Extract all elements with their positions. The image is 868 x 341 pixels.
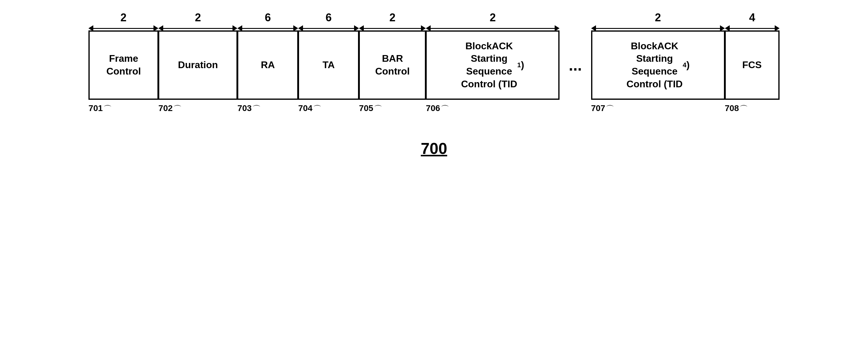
diagram: 2 2 6 [0, 12, 868, 158]
arrow-seg-4: 6 [298, 11, 359, 31]
arrow-right-2 [232, 25, 237, 31]
arrow-shaft-4 [303, 28, 354, 29]
block-duration: Duration [158, 32, 237, 98]
label-707-curve: ⌒ [606, 104, 614, 115]
arrow-left-2 [158, 25, 163, 31]
label-706-wrap: 706 ⌒ [426, 102, 560, 115]
arrow-left-3 [237, 25, 242, 31]
arrow-left-4 [298, 25, 303, 31]
main-blocks-row: FrameControl Duration RA TA BARControl B… [88, 30, 560, 100]
label-701-wrap: 701 ⌒ [88, 102, 158, 115]
block-bar-control: BARControl [359, 32, 426, 98]
label-703: 703 [237, 104, 252, 113]
arrow-shaft-6 [431, 28, 555, 29]
dbl-arrow-5 [359, 25, 426, 31]
arrow-left-r1 [591, 25, 596, 31]
label-707: 707 [591, 104, 606, 113]
right-arrow-row: 2 4 [591, 12, 780, 30]
arrow-left-5 [359, 25, 364, 31]
arrow-right-r2 [775, 25, 780, 31]
main-arrow-row: 2 2 6 [88, 12, 560, 30]
arrow-number-r1: 2 [655, 11, 661, 24]
arrow-seg-1: 2 [88, 11, 158, 31]
label-706: 706 [426, 104, 440, 113]
arrow-seg-r2: 4 [725, 11, 780, 31]
arrow-left-6 [426, 25, 431, 31]
block-ra: RA [237, 32, 298, 98]
label-703-curve: ⌒ [252, 104, 261, 115]
label-705: 705 [359, 104, 373, 113]
label-708: 708 [725, 104, 739, 113]
label-708-wrap: 708 ⌒ [725, 102, 780, 115]
arrow-shaft-r2 [730, 28, 775, 29]
arrow-right-4 [354, 25, 359, 31]
dbl-arrow-r2 [725, 25, 780, 31]
dbl-arrow-1 [88, 25, 158, 31]
arrow-number-1: 2 [120, 11, 126, 24]
block-blockack-tid1: BlockACKStartingSequenceControl (TID1) [426, 32, 560, 98]
arrow-number-2: 2 [195, 11, 201, 24]
arrow-seg-3: 6 [237, 11, 298, 31]
label-708-curve: ⌒ [739, 104, 748, 115]
label-705-wrap: 705 ⌒ [359, 102, 426, 115]
ellipsis-separator: ... [560, 32, 591, 98]
block-frame-control: FrameControl [88, 32, 158, 98]
dbl-arrow-6 [426, 25, 560, 31]
arrow-shaft-3 [242, 28, 293, 29]
label-702-curve: ⌒ [173, 104, 182, 115]
label-707-wrap: 707 ⌒ [591, 102, 725, 115]
right-block-group: 2 4 BlockAC [591, 12, 780, 115]
dbl-arrow-2 [158, 25, 237, 31]
arrow-right-6 [555, 25, 560, 31]
arrow-seg-5: 2 [359, 11, 426, 31]
right-blocks-row: BlockACKStartingSequenceControl (TID4) F… [591, 30, 780, 100]
arrow-number-r2: 4 [749, 11, 755, 24]
main-block-group: 2 2 6 [88, 12, 560, 115]
arrow-right-5 [421, 25, 426, 31]
label-701: 701 [88, 104, 103, 113]
label-706-curve: ⌒ [441, 104, 449, 115]
label-702-wrap: 702 ⌒ [158, 102, 237, 115]
dbl-arrow-r1 [591, 25, 725, 31]
arrow-number-5: 2 [389, 11, 395, 24]
block-ta: TA [298, 32, 359, 98]
figure-label: 700 [421, 139, 447, 158]
arrow-shaft-5 [364, 28, 421, 29]
label-701-curve: ⌒ [103, 104, 112, 115]
arrow-right-r1 [720, 25, 725, 31]
arrow-shaft-2 [163, 28, 232, 29]
arrow-number-4: 6 [326, 11, 332, 24]
arrow-right-3 [293, 25, 298, 31]
frame-row: 2 2 6 [88, 12, 779, 115]
arrow-right-1 [153, 25, 158, 31]
arrow-seg-2: 2 [158, 11, 237, 31]
label-704-wrap: 704 ⌒ [298, 102, 359, 115]
arrow-number-6: 2 [490, 11, 496, 24]
label-704-curve: ⌒ [313, 104, 321, 115]
arrow-seg-6: 2 [426, 11, 560, 31]
label-702: 702 [158, 104, 173, 113]
main-label-row: 701 ⌒ 702 ⌒ 703 ⌒ 704 ⌒ 705 ⌒ [88, 102, 560, 115]
block-fcs: FCS [725, 32, 780, 98]
dbl-arrow-4 [298, 25, 359, 31]
arrow-shaft-1 [93, 28, 153, 29]
arrow-shaft-r1 [596, 28, 720, 29]
arrow-left-r2 [725, 25, 730, 31]
label-705-curve: ⌒ [374, 104, 382, 115]
arrow-number-3: 6 [265, 11, 271, 24]
label-704: 704 [298, 104, 312, 113]
arrow-seg-r1: 2 [591, 11, 725, 31]
label-703-wrap: 703 ⌒ [237, 102, 298, 115]
block-blockack-tid4: BlockACKStartingSequenceControl (TID4) [591, 32, 725, 98]
dbl-arrow-3 [237, 25, 298, 31]
arrow-left-1 [88, 25, 93, 31]
right-label-row: 707 ⌒ 708 ⌒ [591, 102, 780, 115]
